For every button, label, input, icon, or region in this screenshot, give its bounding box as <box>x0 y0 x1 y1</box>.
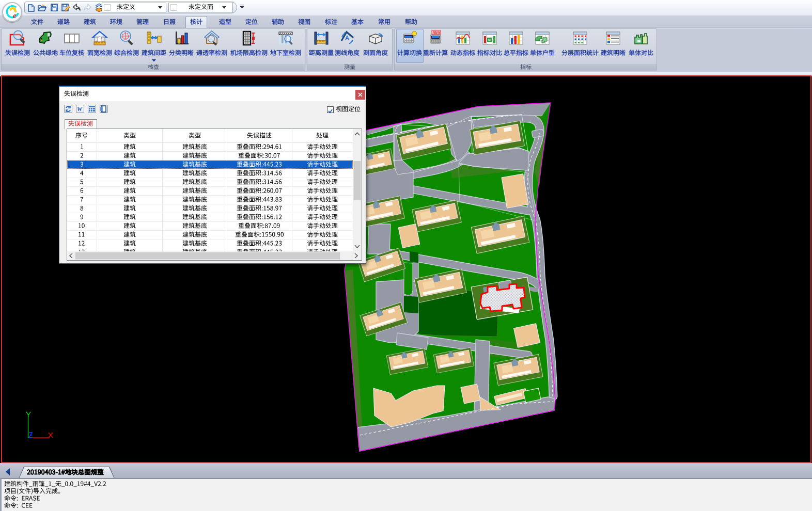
svg-text:VS: VS <box>488 38 493 42</box>
svg-text:NEW: NEW <box>433 30 441 34</box>
svg-text:e: e <box>13 11 17 20</box>
svg-text:A: A <box>345 35 349 41</box>
svg-text:W: W <box>77 106 83 112</box>
